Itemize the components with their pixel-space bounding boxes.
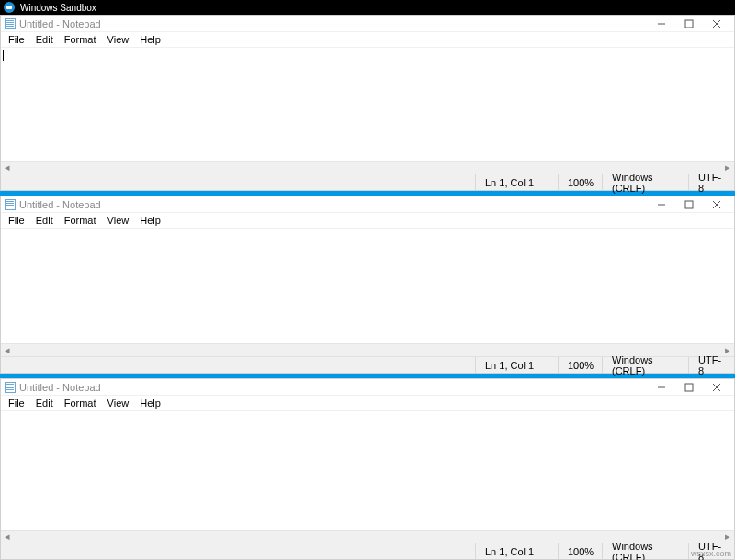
notepad-title: Untitled - Notepad <box>19 199 101 210</box>
menu-edit[interactable]: Edit <box>30 214 59 227</box>
notepad-titlebar[interactable]: Untitled - Notepad <box>1 16 734 32</box>
notepad-window: Untitled - Notepad File Edit Format View… <box>0 15 735 191</box>
menu-view[interactable]: View <box>102 397 135 409</box>
notepad-app-icon <box>5 18 16 29</box>
status-bar: Ln 1, Col 1 100% Windows (CRLF) UTF-8 <box>1 543 734 559</box>
minimize-button[interactable] <box>653 381 670 394</box>
menu-format[interactable]: Format <box>59 397 102 409</box>
menu-view[interactable]: View <box>102 33 135 46</box>
status-encoding: UTF-8 <box>688 174 734 190</box>
svg-rect-1 <box>685 20 693 28</box>
notepad-window: Untitled - Notepad File Edit Format View… <box>0 378 735 560</box>
maximize-button[interactable] <box>681 381 697 394</box>
text-area[interactable] <box>1 229 734 343</box>
sandbox-icon <box>4 2 15 13</box>
menu-help[interactable]: Help <box>134 33 166 46</box>
status-encoding: UTF-8 <box>688 357 734 373</box>
watermark: wsxsx.com <box>691 549 731 558</box>
close-button[interactable] <box>708 381 725 394</box>
close-button[interactable] <box>708 198 725 211</box>
menu-format[interactable]: Format <box>59 214 102 227</box>
status-ln-col: Ln 1, Col 1 <box>475 357 558 373</box>
menu-bar: File Edit Format View Help <box>1 396 734 411</box>
sandbox-title: Windows Sandbox <box>20 3 96 13</box>
status-eol: Windows (CRLF) <box>602 174 688 190</box>
minimize-button[interactable] <box>653 17 670 30</box>
maximize-button[interactable] <box>681 17 697 30</box>
text-area[interactable] <box>1 48 734 161</box>
menu-file[interactable]: File <box>3 214 30 227</box>
status-bar: Ln 1, Col 1 100% Windows (CRLF) UTF-8 <box>1 356 734 373</box>
menu-format[interactable]: Format <box>59 33 102 46</box>
scroll-left-icon[interactable]: ◂ <box>1 162 14 174</box>
menu-file[interactable]: File <box>3 397 30 409</box>
menu-edit[interactable]: Edit <box>30 397 59 409</box>
menu-view[interactable]: View <box>102 214 135 227</box>
menu-help[interactable]: Help <box>134 214 166 227</box>
notepad-title: Untitled - Notepad <box>19 382 101 393</box>
text-caret <box>3 50 4 61</box>
svg-rect-9 <box>685 384 693 391</box>
menu-bar: File Edit Format View Help <box>1 32 734 48</box>
menu-edit[interactable]: Edit <box>30 33 59 46</box>
status-ln-col: Ln 1, Col 1 <box>475 174 558 190</box>
scroll-left-icon[interactable]: ◂ <box>1 531 14 543</box>
desktop: Untitled - Notepad File Edit Format View… <box>0 15 735 560</box>
notepad-app-icon <box>5 199 16 210</box>
window-buttons <box>653 17 730 30</box>
menu-help[interactable]: Help <box>134 397 166 409</box>
status-zoom: 100% <box>558 174 602 190</box>
close-button[interactable] <box>708 17 725 30</box>
notepad-title: Untitled - Notepad <box>19 18 101 29</box>
menu-file[interactable]: File <box>3 33 30 46</box>
scroll-left-icon[interactable]: ◂ <box>1 344 14 357</box>
notepad-app-icon <box>5 382 16 393</box>
menu-bar: File Edit Format View Help <box>1 213 734 229</box>
sandbox-titlebar: Windows Sandbox <box>0 0 735 15</box>
notepad-titlebar[interactable]: Untitled - Notepad <box>1 379 734 396</box>
window-buttons <box>653 381 730 394</box>
status-zoom: 100% <box>558 357 602 373</box>
status-eol: Windows (CRLF) <box>602 543 688 559</box>
minimize-button[interactable] <box>653 198 670 211</box>
maximize-button[interactable] <box>681 198 697 211</box>
svg-rect-5 <box>685 201 693 208</box>
notepad-titlebar[interactable]: Untitled - Notepad <box>1 196 734 213</box>
status-ln-col: Ln 1, Col 1 <box>475 543 558 559</box>
status-zoom: 100% <box>558 543 602 559</box>
text-area[interactable] <box>1 411 734 530</box>
status-bar: Ln 1, Col 1 100% Windows (CRLF) UTF-8 <box>1 174 734 190</box>
window-buttons <box>653 198 730 211</box>
status-eol: Windows (CRLF) <box>602 357 688 373</box>
notepad-window: Untitled - Notepad File Edit Format View… <box>0 196 735 374</box>
